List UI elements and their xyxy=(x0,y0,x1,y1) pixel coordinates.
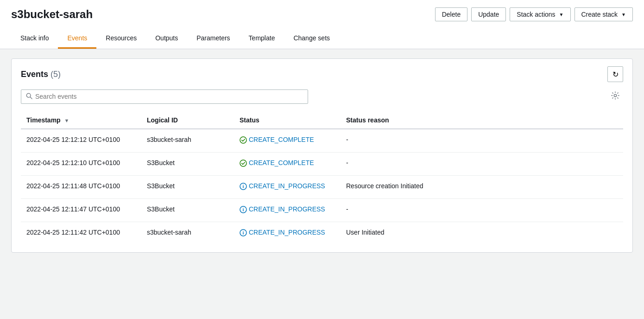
top-actions: Delete Update Stack actions ▼ Create sta… xyxy=(435,7,633,21)
events-title: Events (5) xyxy=(21,70,61,79)
cell-logical-id: s3bucket-sarah xyxy=(141,222,234,245)
cell-status-reason: - xyxy=(341,199,623,222)
cell-logical-id: S3Bucket xyxy=(141,199,234,222)
svg-line-1 xyxy=(30,97,32,99)
svg-point-7 xyxy=(243,185,244,185)
cell-timestamp: 2022-04-25 12:11:47 UTC+0100 xyxy=(21,199,141,222)
tab-change-sets[interactable]: Change sets xyxy=(284,29,339,49)
search-icon xyxy=(26,93,32,101)
svg-point-2 xyxy=(614,94,616,96)
create-stack-button[interactable]: Create stack ▼ xyxy=(575,7,633,21)
cell-timestamp: 2022-04-25 12:11:42 UTC+0100 xyxy=(21,222,141,245)
checkmark-circle-icon xyxy=(240,136,247,146)
checkmark-circle-icon xyxy=(240,160,247,169)
status-label[interactable]: CREATE_COMPLETE xyxy=(249,136,314,143)
info-circle-icon xyxy=(240,229,247,238)
top-bar: s3bucket-sarah Delete Update Stack actio… xyxy=(0,0,644,29)
svg-point-3 xyxy=(240,137,246,143)
svg-point-13 xyxy=(243,231,244,232)
search-input-wrapper[interactable] xyxy=(21,89,308,104)
info-circle-icon xyxy=(240,206,247,215)
cell-logical-id: S3Bucket xyxy=(141,153,234,176)
cell-status: CREATE_IN_PROGRESS xyxy=(234,199,341,222)
table-row: 2022-04-25 12:12:12 UTC+0100s3bucket-sar… xyxy=(21,129,623,153)
settings-button[interactable] xyxy=(607,89,623,104)
col-header-logical-id: Logical ID xyxy=(141,112,234,129)
cell-logical-id: s3bucket-sarah xyxy=(141,129,234,153)
col-header-status-reason: Status reason xyxy=(341,112,623,129)
cell-status-reason: - xyxy=(341,153,623,176)
tab-outputs[interactable]: Outputs xyxy=(146,29,187,49)
col-header-status: Status xyxy=(234,112,341,129)
tab-stack-info[interactable]: Stack info xyxy=(11,29,58,49)
cell-status: CREATE_COMPLETE xyxy=(234,153,341,176)
status-label[interactable]: CREATE_IN_PROGRESS xyxy=(249,182,325,190)
refresh-button[interactable]: ↻ xyxy=(607,66,623,82)
status-label[interactable]: CREATE_IN_PROGRESS xyxy=(249,229,325,236)
events-table: Timestamp ▼ Logical ID Status Status rea… xyxy=(21,112,623,245)
svg-point-4 xyxy=(240,160,246,166)
cell-logical-id: S3Bucket xyxy=(141,176,234,199)
tab-parameters[interactable]: Parameters xyxy=(187,29,239,49)
cell-status-reason: User Initiated xyxy=(341,222,623,245)
gear-icon xyxy=(611,91,619,102)
update-button[interactable]: Update xyxy=(471,7,506,21)
events-card: Events (5) ↻ xyxy=(11,58,633,253)
delete-button[interactable]: Delete xyxy=(435,7,467,21)
cell-timestamp: 2022-04-25 12:11:48 UTC+0100 xyxy=(21,176,141,199)
cell-timestamp: 2022-04-25 12:12:12 UTC+0100 xyxy=(21,129,141,153)
table-row: 2022-04-25 12:12:10 UTC+0100S3BucketCREA… xyxy=(21,153,623,176)
table-row: 2022-04-25 12:11:48 UTC+0100S3BucketCREA… xyxy=(21,176,623,199)
tabs-bar: Stack info Events Resources Outputs Para… xyxy=(0,29,644,49)
table-row: 2022-04-25 12:11:47 UTC+0100S3BucketCREA… xyxy=(21,199,623,222)
cell-status: CREATE_IN_PROGRESS xyxy=(234,222,341,245)
chevron-down-icon: ▼ xyxy=(559,12,564,17)
cell-status: CREATE_COMPLETE xyxy=(234,129,341,153)
cell-status: CREATE_IN_PROGRESS xyxy=(234,176,341,199)
sort-icon: ▼ xyxy=(64,118,69,123)
events-header: Events (5) ↻ xyxy=(21,66,623,82)
info-circle-icon xyxy=(240,183,247,192)
cell-status-reason: - xyxy=(341,129,623,153)
status-label[interactable]: CREATE_COMPLETE xyxy=(249,159,314,166)
chevron-down-icon: ▼ xyxy=(621,12,626,17)
cell-status-reason: Resource creation Initiated xyxy=(341,176,623,199)
table-row: 2022-04-25 12:11:42 UTC+0100s3bucket-sar… xyxy=(21,222,623,245)
tab-events[interactable]: Events xyxy=(58,29,96,49)
status-label[interactable]: CREATE_IN_PROGRESS xyxy=(249,205,325,213)
page-title: s3bucket-sarah xyxy=(11,8,93,21)
tab-template[interactable]: Template xyxy=(240,29,284,49)
tab-resources[interactable]: Resources xyxy=(96,29,146,49)
stack-actions-button[interactable]: Stack actions ▼ xyxy=(510,7,570,21)
main-content: Events (5) ↻ xyxy=(0,49,644,262)
refresh-icon: ↻ xyxy=(612,70,619,79)
cell-timestamp: 2022-04-25 12:12:10 UTC+0100 xyxy=(21,153,141,176)
svg-point-10 xyxy=(243,208,244,209)
table-header-row: Timestamp ▼ Logical ID Status Status rea… xyxy=(21,112,623,129)
search-input[interactable] xyxy=(35,93,303,100)
col-header-timestamp[interactable]: Timestamp ▼ xyxy=(21,112,141,129)
search-row xyxy=(21,89,623,104)
